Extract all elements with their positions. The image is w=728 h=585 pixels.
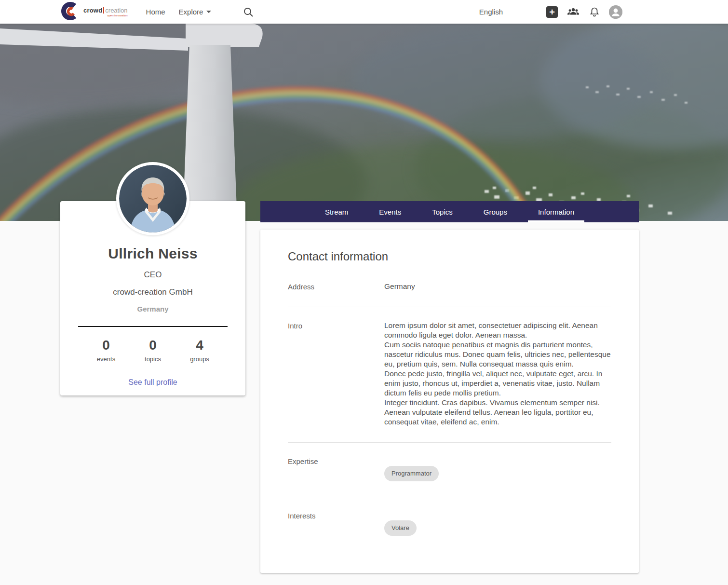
people-icon [567,6,580,18]
tab-stream[interactable]: Stream [315,201,358,222]
stat-groups-label: groups [183,355,216,363]
profile-role: CEO [60,270,245,280]
brand-logo-text: crowd creation open innovation [83,7,128,17]
main-navigation: Home Explore [139,1,218,23]
account-menu-button[interactable] [609,5,622,19]
interests-label: Interests [288,511,384,536]
address-value: Germany [384,282,611,291]
search-icon[interactable] [243,7,254,17]
profile-stats: 0 events 0 topics 4 groups [60,327,245,363]
profile-tab-bar: Stream Events Topics Groups Information [260,201,639,222]
intro-label: Intro [288,321,384,427]
info-row-expertise: Expertise Programmator [288,443,611,497]
top-navbar: crowd creation open innovation Home Expl… [0,0,728,24]
profile-summary-card: Ullrich Neiss CEO crowd-creation GmbH Ge… [60,201,245,395]
see-full-profile-link[interactable]: See full profile [128,378,177,387]
stat-topics: 0 topics [136,338,170,363]
notifications-button[interactable] [588,5,601,19]
nav-item-home[interactable]: Home [139,1,172,23]
intro-value: Lorem ipsum dolor sit amet, consectetuer… [384,321,611,427]
tab-information[interactable]: Information [528,201,584,222]
stat-events-value: 0 [89,338,123,353]
tab-events[interactable]: Events [369,201,411,222]
bell-icon [589,6,600,18]
interests-chip: Volare [384,520,417,536]
info-row-intro: Intro Lorem ipsum dolor sit amet, consec… [288,307,611,443]
section-title: Contact information [288,250,611,263]
people-button[interactable] [566,5,580,19]
profile-name: Ullrich Neiss [60,245,245,262]
info-row-address: Address Germany [288,268,611,307]
stat-groups-value: 4 [183,338,216,353]
navbar-right-group: English + [479,5,622,19]
brand-name-light: creation [105,7,127,14]
expertise-chip: Programmator [384,466,439,481]
stat-topics-value: 0 [136,338,170,353]
contact-information-card: Contact information Address Germany Intr… [260,230,639,573]
brand-tagline: open innovation [107,14,127,17]
chevron-down-icon [206,11,211,13]
stat-events-label: events [89,355,123,363]
stat-groups: 4 groups [183,338,216,363]
stat-topics-label: topics [136,355,170,363]
profile-organization: crowd-creation GmbH [60,287,245,297]
add-box-icon: + [546,6,558,18]
brand-divider-bar [103,7,104,14]
user-avatar-icon [609,5,622,19]
cover-photo [0,24,728,221]
expertise-value: Programmator [384,456,611,481]
interests-value: Volare [384,511,611,536]
stat-events: 0 events [89,338,123,363]
brand-logo[interactable]: crowd creation open innovation [60,1,128,23]
language-selector[interactable]: English [479,8,503,16]
brand-logo-icon [60,1,81,23]
nav-item-explore[interactable]: Explore [172,1,218,23]
profile-country: Germany [60,305,245,313]
expertise-label: Expertise [288,456,384,481]
nav-item-explore-label: Explore [179,8,203,16]
info-row-interests: Interests Volare [288,497,611,551]
profile-avatar [116,162,189,235]
nav-item-home-label: Home [146,8,165,16]
tab-groups[interactable]: Groups [473,201,517,222]
tab-topics[interactable]: Topics [422,201,463,222]
brand-name-bold: crowd [83,7,102,14]
address-label: Address [288,282,384,291]
add-content-button[interactable]: + [545,5,559,19]
